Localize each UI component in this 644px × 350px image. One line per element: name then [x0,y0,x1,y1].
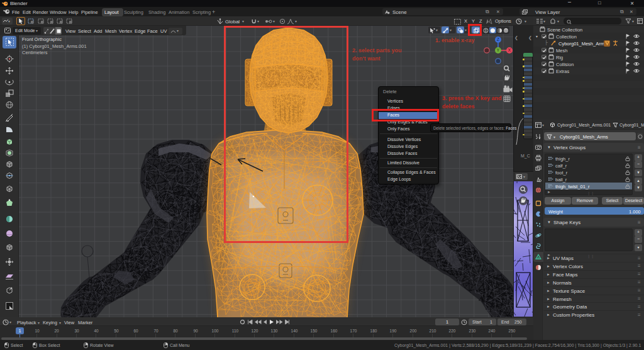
svg-text:Y: Y [497,48,500,52]
svg-text:Z: Z [497,37,499,42]
svg-text:X: X [508,48,511,52]
